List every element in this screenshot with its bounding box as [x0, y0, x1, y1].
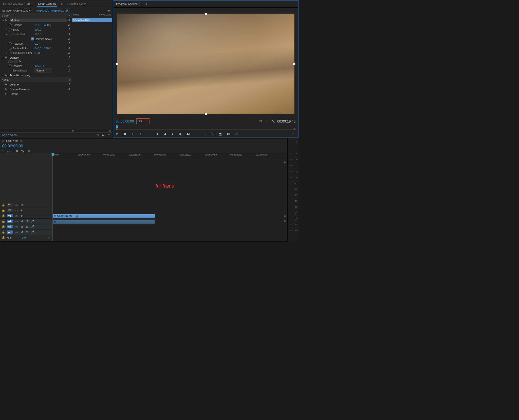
- reset-icon[interactable]: ↺: [68, 51, 70, 55]
- voice-icon[interactable]: 🎤: [31, 220, 34, 223]
- go-to-in-icon[interactable]: |◀: [155, 132, 159, 136]
- a1-track-header[interactable]: 🔒 A1 ▭ M S 🎤: [0, 219, 52, 224]
- lock-icon[interactable]: 🔒: [2, 230, 5, 234]
- sync-lock-icon[interactable]: ▭: [15, 214, 18, 217]
- v2-track-header[interactable]: 🔒 V2 ▭ 👁: [0, 208, 52, 213]
- panel-menu-icon[interactable]: ≡: [20, 140, 22, 142]
- mute-icon[interactable]: M: [20, 231, 23, 234]
- program-tc-current[interactable]: 00:00:00:00: [116, 119, 134, 123]
- fx-badge-icon[interactable]: fx: [5, 88, 9, 90]
- reset-icon[interactable]: ↺: [68, 23, 70, 27]
- reset-icon[interactable]: ↺: [68, 18, 70, 22]
- marker-icon[interactable]: ⬢: [16, 149, 19, 153]
- linked-selection-icon[interactable]: ⊘: [11, 149, 14, 153]
- a2-track-header[interactable]: 🔒 A2 ▭ M S 🎤: [0, 224, 52, 229]
- mix-marker-icon[interactable]: ⊩: [48, 236, 50, 239]
- panner-effect[interactable]: › fx Panner: [0, 91, 72, 96]
- marker-icon[interactable]: ⬢: [123, 132, 127, 136]
- marker-add-icon[interactable]: #: [115, 132, 119, 135]
- caret-down-icon[interactable]: ⌄: [2, 18, 4, 22]
- audio-section-header[interactable]: Audio ▴: [0, 77, 72, 82]
- out-point-icon[interactable]: }: [138, 132, 143, 135]
- time-remapping-effect[interactable]: › fx Time Remapping: [0, 73, 72, 77]
- zoom-handle[interactable]: [294, 128, 296, 130]
- chevron-down-icon[interactable]: ⌄: [33, 9, 35, 12]
- rotation-value[interactable]: 0,0: [35, 42, 43, 45]
- transform-handle[interactable]: [205, 13, 207, 15]
- sync-lock-icon[interactable]: ▭: [15, 209, 18, 212]
- fx-badge-icon[interactable]: fx: [5, 92, 9, 95]
- reset-icon[interactable]: ↺: [68, 46, 70, 50]
- opacity-value[interactable]: 100,0 %: [35, 64, 44, 67]
- stopwatch-icon[interactable]: [9, 23, 12, 26]
- program-playhead[interactable]: [116, 125, 118, 128]
- channel-volume-effect[interactable]: › fx Channel Volume ↺: [0, 87, 72, 91]
- ec-ruler[interactable]: :00:00 00:00:15:00: [72, 13, 112, 18]
- volume-effect[interactable]: › fx Volume ↺: [0, 82, 72, 87]
- step-forward-icon[interactable]: |▶: [178, 132, 183, 136]
- v3-label[interactable]: V3: [7, 203, 13, 207]
- panel-menu-icon[interactable]: ≡: [146, 2, 147, 5]
- snap-icon[interactable]: ⩋: [7, 150, 9, 153]
- fx-badge-icon[interactable]: fx: [5, 56, 9, 59]
- lock-icon[interactable]: 🔒: [2, 209, 5, 212]
- anchor-x[interactable]: 640,0: [35, 47, 43, 50]
- solo-icon[interactable]: S: [25, 231, 29, 234]
- eye-icon[interactable]: 👁: [20, 214, 23, 217]
- stopwatch-icon[interactable]: [9, 42, 12, 45]
- caret-right-icon[interactable]: ›: [2, 83, 4, 86]
- mute-icon[interactable]: M: [20, 225, 23, 228]
- scroll-handle[interactable]: [284, 215, 286, 217]
- safe-margins-icon[interactable]: ⊡: [234, 132, 239, 136]
- play-icon[interactable]: ▶: [108, 9, 110, 12]
- reset-icon[interactable]: ↺: [68, 37, 70, 41]
- close-icon[interactable]: ×: [2, 140, 4, 142]
- sync-lock-icon[interactable]: ▭: [15, 225, 18, 228]
- video-section-header[interactable]: Video ▴: [0, 13, 72, 18]
- a3-track-header[interactable]: 🔒 A3 ▭ M S 🎤: [0, 229, 52, 235]
- program-timebar[interactable]: [116, 125, 296, 130]
- program-video-frame[interactable]: ⊕: [117, 14, 295, 114]
- transform-handle[interactable]: [205, 113, 207, 115]
- fx-badge-icon[interactable]: fx: [5, 19, 9, 21]
- program-track[interactable]: [116, 129, 296, 130]
- ec-scrollbar[interactable]: [0, 129, 112, 132]
- scroll-handle[interactable]: [284, 161, 286, 163]
- ellipse-mask-icon[interactable]: [8, 60, 13, 63]
- playhead-handle[interactable]: [52, 153, 54, 156]
- audio-clip[interactable]: fx: [53, 220, 155, 224]
- opacity-effect[interactable]: ⌄ fx Opacity ↺: [0, 55, 72, 60]
- voice-icon[interactable]: 🎤: [31, 230, 34, 234]
- reset-icon[interactable]: ↺: [68, 87, 70, 91]
- step-back-icon[interactable]: ◀|: [163, 132, 167, 136]
- scale-value[interactable]: 100,0: [35, 28, 43, 31]
- caret-right-icon[interactable]: ›: [5, 28, 8, 31]
- collapse-icon[interactable]: ▴: [69, 78, 70, 81]
- voice-icon[interactable]: 🎤: [31, 225, 34, 228]
- cc-icon[interactable]: CC: [27, 150, 31, 152]
- scrollbar-thumb[interactable]: [72, 130, 74, 132]
- a3-label[interactable]: A3: [7, 230, 13, 234]
- fx-badge-icon[interactable]: fx: [5, 74, 9, 77]
- reset-icon[interactable]: ↺: [68, 69, 70, 72]
- uniform-scale-checkbox[interactable]: ✓: [31, 37, 34, 40]
- scrollbar-thumb[interactable]: [109, 130, 111, 132]
- rect-mask-icon[interactable]: [14, 60, 18, 63]
- program-tab[interactable]: Program: AA397501: [115, 1, 142, 6]
- stopwatch-icon[interactable]: [9, 47, 12, 50]
- stopwatch-icon[interactable]: [9, 64, 12, 67]
- sequence-tab[interactable]: AA397501: [6, 140, 18, 142]
- fx-badge-icon[interactable]: fx: [5, 83, 9, 86]
- reset-icon[interactable]: ↺: [68, 32, 70, 36]
- caret-right-icon[interactable]: ›: [2, 92, 4, 95]
- in-point-icon[interactable]: {: [130, 132, 135, 135]
- a2-label[interactable]: A2: [7, 225, 13, 228]
- pen-mask-icon[interactable]: ✎: [19, 60, 21, 63]
- timeline-playhead[interactable]: [53, 153, 53, 241]
- timeline-tracks-area[interactable]: :00:00 00:00:05:00 00:00:10:00 00:00:15:…: [52, 153, 287, 241]
- v2-label[interactable]: V2: [7, 209, 13, 212]
- v1-track-header[interactable]: 🔒 V1 ▭ 👁: [0, 213, 52, 219]
- lock-icon[interactable]: 🔒: [2, 214, 5, 217]
- caret-right-icon[interactable]: ›: [5, 64, 8, 67]
- a1-label[interactable]: A1: [7, 220, 13, 223]
